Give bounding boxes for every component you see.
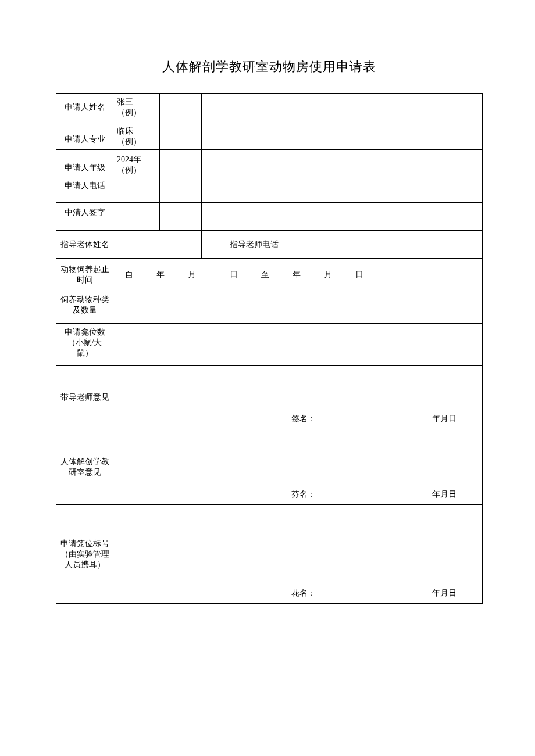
signature-label: 签名： <box>291 414 316 424</box>
cage-count-label: 申请龛位数（小鼠/大鼠） <box>56 324 113 366</box>
applicant-major-value: 临床（例） <box>113 121 160 150</box>
cage-id-label: 申请笼位标号（由实验管理人员携耳） <box>56 505 113 604</box>
dept-opinion-label: 人体解创学教研室意见 <box>56 429 113 505</box>
empty-cell <box>390 94 483 121</box>
empty-cell <box>202 94 254 121</box>
advisor-phone-value <box>306 231 483 259</box>
applicant-grade-label: 申请人年级 <box>56 150 113 178</box>
advisor-name-value <box>113 231 202 259</box>
empty-cell <box>306 121 348 150</box>
applicant-name-label: 申请人姓名 <box>56 94 113 121</box>
signature-date: 年月日 <box>432 588 456 599</box>
applicant-name-value: 张三（例） <box>113 94 160 121</box>
empty-cell <box>390 178 483 203</box>
empty-cell <box>254 94 306 121</box>
dept-opinion-value: 芬名： 年月日 <box>113 429 483 505</box>
empty-cell <box>254 178 306 203</box>
empty-cell <box>390 203 483 231</box>
empty-cell <box>202 178 254 203</box>
species-label: 饲养动物种类及数量 <box>56 291 113 324</box>
signature-date: 年月日 <box>432 489 456 500</box>
empty-cell <box>160 94 202 121</box>
advisor-opinion-value: 签名： 年月日 <box>113 366 483 429</box>
empty-cell <box>306 203 348 231</box>
period-value: 自 年 月 日 至 年 月 日 <box>113 259 483 291</box>
empty-cell <box>390 121 483 150</box>
empty-cell <box>202 121 254 150</box>
signature-label: 芬名： <box>291 489 316 500</box>
advisor-name-label: 指导老体姓名 <box>56 231 113 259</box>
empty-cell <box>390 150 483 178</box>
cage-count-value <box>113 324 483 366</box>
empty-cell <box>348 94 390 121</box>
signature-date: 年月日 <box>432 414 456 424</box>
advisor-opinion-label: 带导老师意见 <box>56 366 113 429</box>
period-label: 动物饲养起止时间 <box>56 259 113 291</box>
signature-label: 花名： <box>291 588 316 599</box>
cage-id-value: 花名： 年月日 <box>113 505 483 604</box>
empty-cell <box>348 178 390 203</box>
empty-cell <box>160 121 202 150</box>
applicant-phone-value <box>113 178 160 203</box>
empty-cell <box>306 150 348 178</box>
empty-cell <box>160 203 202 231</box>
application-form-table: 申请人姓名 张三（例） 申请人专业 临床（例） 申请人年级 2024年（例） 申… <box>56 93 483 604</box>
advisor-phone-label: 指导老师电话 <box>202 231 306 259</box>
applicant-major-label: 申请人专业 <box>56 121 113 150</box>
species-value <box>113 291 483 324</box>
empty-cell <box>254 203 306 231</box>
applicant-sign-value <box>113 203 160 231</box>
empty-cell <box>254 121 306 150</box>
empty-cell <box>202 150 254 178</box>
applicant-sign-label: 中清人签字 <box>56 203 113 231</box>
empty-cell <box>160 150 202 178</box>
empty-cell <box>254 150 306 178</box>
empty-cell <box>202 203 254 231</box>
empty-cell <box>348 150 390 178</box>
applicant-phone-label: 申请人电话 <box>56 178 113 203</box>
empty-cell <box>160 178 202 203</box>
empty-cell <box>348 121 390 150</box>
empty-cell <box>306 94 348 121</box>
empty-cell <box>306 178 348 203</box>
applicant-grade-value: 2024年（例） <box>113 150 160 178</box>
page-title: 人体解剖学教研室动物房使用申请表 <box>56 58 483 76</box>
empty-cell <box>348 203 390 231</box>
